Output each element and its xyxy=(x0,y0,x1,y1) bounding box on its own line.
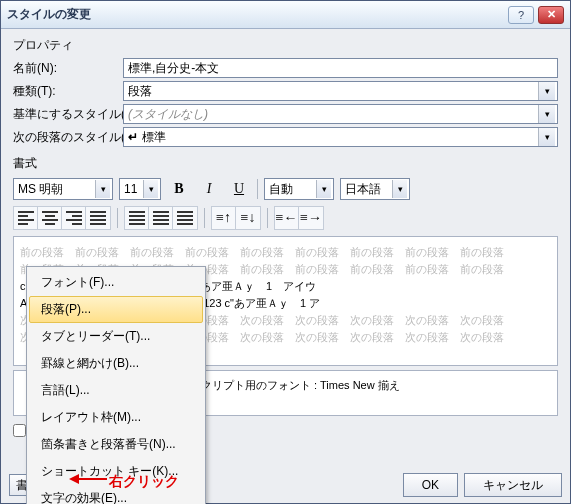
divider xyxy=(267,208,268,228)
align-right-button[interactable] xyxy=(62,207,86,229)
menu-paragraph[interactable]: 段落(P)... xyxy=(29,296,203,323)
ok-button[interactable]: OK xyxy=(403,473,458,497)
paragraph-toolbar: ≡↑ ≡↓ ≡← ≡→ xyxy=(13,206,558,230)
base-style-select[interactable]: (スタイルなし) xyxy=(123,104,558,124)
divider xyxy=(257,179,258,199)
italic-button[interactable]: I xyxy=(197,178,221,200)
para-spacing-group: ≡↑ ≡↓ xyxy=(211,206,261,230)
next-style-select[interactable]: ↵標準 xyxy=(123,127,558,147)
indent-group: ≡← ≡→ xyxy=(274,206,324,230)
divider xyxy=(117,208,118,228)
cancel-button[interactable]: キャンセル xyxy=(464,473,562,497)
type-label: 種類(T): xyxy=(13,83,123,100)
base-style-label: 基準にするスタイル(B): xyxy=(13,106,123,123)
color-select[interactable]: 自動 xyxy=(264,178,334,200)
modify-style-dialog: スタイルの変更 ? ✕ プロパティ 名前(N): 標準,自分史-本文 種類(T)… xyxy=(0,0,571,504)
align-group xyxy=(13,206,111,230)
menu-border[interactable]: 罫線と網かけ(B)... xyxy=(29,350,203,377)
spacing-1-icon xyxy=(129,211,145,225)
underline-button[interactable]: U xyxy=(227,178,251,200)
type-select[interactable]: 段落 xyxy=(123,81,558,101)
menu-language[interactable]: 言語(L)... xyxy=(29,377,203,404)
increase-indent-button[interactable]: ≡→ xyxy=(299,207,323,229)
spacing-group xyxy=(124,206,198,230)
align-left-button[interactable] xyxy=(14,207,38,229)
name-field[interactable]: 標準,自分史-本文 xyxy=(123,58,558,78)
align-justify-button[interactable] xyxy=(86,207,110,229)
line-spacing-2-button[interactable] xyxy=(173,207,197,229)
spacing-15-icon xyxy=(153,211,169,225)
preview-prev-para: 前の段落 前の段落 前の段落 前の段落 前の段落 前の段落 前の段落 前の段落 … xyxy=(20,245,551,260)
close-button[interactable]: ✕ xyxy=(538,6,564,24)
language-select[interactable]: 日本語 xyxy=(340,178,410,200)
properties-label: プロパティ xyxy=(13,37,558,54)
spacing-2-icon xyxy=(177,211,193,225)
space-after-button[interactable]: ≡↓ xyxy=(236,207,260,229)
menu-numbering[interactable]: 箇条書きと段落番号(N)... xyxy=(29,431,203,458)
align-center-icon xyxy=(42,211,58,225)
menu-tabs[interactable]: タブとリーダー(T)... xyxy=(29,323,203,350)
menu-frame[interactable]: レイアウト枠(M)... xyxy=(29,404,203,431)
next-style-label: 次の段落のスタイル(S): xyxy=(13,129,123,146)
align-right-icon xyxy=(66,211,82,225)
new-docs-checkbox[interactable] xyxy=(13,424,26,437)
format-toolbar: MS 明朝 11 B I U 自動 日本語 xyxy=(13,178,558,200)
decrease-indent-button[interactable]: ≡← xyxy=(275,207,299,229)
bold-button[interactable]: B xyxy=(167,178,191,200)
help-button[interactable]: ? xyxy=(508,6,534,24)
align-justify-icon xyxy=(90,211,106,225)
name-label: 名前(N): xyxy=(13,60,123,77)
format-context-menu: フォント(F)... 段落(P)... タブとリーダー(T)... 罫線と網かけ… xyxy=(26,266,206,504)
size-select[interactable]: 11 xyxy=(119,178,161,200)
menu-font[interactable]: フォント(F)... xyxy=(29,269,203,296)
space-before-button[interactable]: ≡↑ xyxy=(212,207,236,229)
line-spacing-1-button[interactable] xyxy=(125,207,149,229)
dialog-title: スタイルの変更 xyxy=(7,6,504,23)
align-center-button[interactable] xyxy=(38,207,62,229)
divider xyxy=(204,208,205,228)
line-spacing-15-button[interactable] xyxy=(149,207,173,229)
titlebar: スタイルの変更 ? ✕ xyxy=(1,1,570,29)
format-label: 書式 xyxy=(13,155,558,172)
pilcrow-icon: ↵ xyxy=(128,130,138,144)
align-left-icon xyxy=(18,211,34,225)
font-select[interactable]: MS 明朝 xyxy=(13,178,113,200)
annotation-label: 右クリック xyxy=(109,473,179,491)
